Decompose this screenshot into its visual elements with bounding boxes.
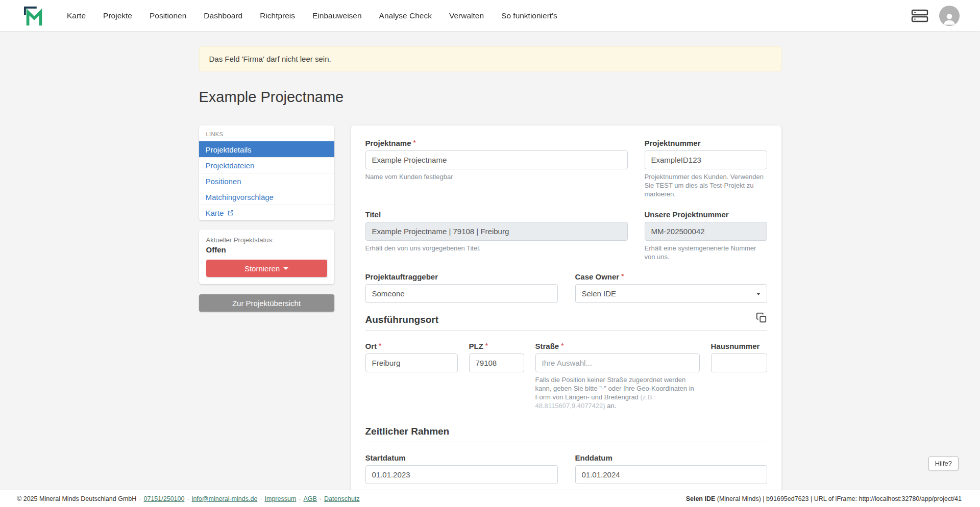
sidebar-item-label: Matchingvorschläge [206,193,274,201]
projektauftraggeber-label: Projektauftraggeber [365,272,558,281]
footer-link-agb[interactable]: AGB [304,495,317,502]
case-owner-label: Case Owner* [575,272,767,281]
sidebar-item-karte[interactable]: Karte [199,205,334,220]
external-link-icon [227,210,234,216]
field-startdatum: Startdatum [365,453,558,484]
ort-label: Ort* [365,342,458,350]
nav-item-dashboard[interactable]: Dashboard [195,0,251,31]
strasse-helper: Falls die Position keiner Straße zugeord… [535,376,700,411]
chevron-down-icon [283,267,288,270]
page-title: Example Projectname [199,89,781,106]
field-titel: Titel Erhält den von uns vorgegebenen Ti… [365,210,628,262]
left-sidebar: LINKS Projektdetails Projektdateien Posi… [199,125,334,312]
footer-session-details: (Mineral Minds) | b91695ed7623 | URL of … [715,495,962,502]
brand-logo[interactable] [23,5,45,27]
stornieren-button[interactable]: Stornieren [206,260,327,277]
footer-link-impressum[interactable]: Impressum [265,495,297,502]
project-overview-button[interactable]: Zur Projektübersicht [199,294,334,312]
nav-item-karte[interactable]: Karte [58,0,94,31]
sidebar-item-matchingvorschlaege[interactable]: Matchingvorschläge [199,189,334,205]
sidebar-item-label: Karte [206,209,224,217]
links-card: LINKS Projektdetails Projektdateien Posi… [199,125,334,220]
projektnummer-label: Projektnummer [645,139,767,147]
status-label: Aktueller Projektstatus: [206,236,327,244]
links-header: LINKS [199,125,334,141]
nav-item-projekte[interactable]: Projekte [94,0,141,31]
required-marker: * [561,342,564,349]
footer-user: Selen IDE [686,495,716,502]
status-card: Aktueller Projektstatus: Offen Storniere… [199,230,334,284]
sidebar-item-projektdetails[interactable]: Projektdetails [199,141,334,157]
field-ort: Ort* [365,342,458,411]
alert-message: Das Feld 'Firma' darf nicht leer sein. [209,55,331,63]
user-avatar[interactable] [939,6,960,26]
server-icon-glyph [911,9,929,23]
title-divider [199,113,781,113]
nav-item-verwalten[interactable]: Verwalten [440,0,493,31]
projektname-input[interactable] [365,150,628,169]
strasse-input[interactable] [535,353,700,372]
titel-label: Titel [365,210,628,219]
status-value: Offen [206,245,327,254]
hausnummer-input[interactable] [711,353,767,372]
nav-item-so-funktionierts[interactable]: So funktioniert's [493,0,566,31]
hausnummer-label: Hausnummer [711,342,767,350]
copy-icon[interactable] [756,312,767,325]
sidebar-item-projektdateien[interactable]: Projektdateien [199,157,334,173]
nav-item-richtpreis[interactable]: Richtpreis [251,0,304,31]
unsere-projektnummer-label: Unsere Projektnummer [645,210,767,219]
ort-input[interactable] [365,353,458,372]
top-navbar: Karte Projekte Positionen Dashboard Rich… [0,0,980,31]
mineral-minds-logo-icon [23,5,45,27]
field-enddatum: Enddatum [575,453,767,484]
case-owner-value: Selen IDE [582,289,617,298]
unsere-projektnummer-input [645,222,767,241]
case-owner-select[interactable]: Selen IDE [575,284,767,303]
nav-item-positionen[interactable]: Positionen [141,0,195,31]
titel-helper: Erhält den von uns vorgegebenen Titel. [365,244,628,253]
zeitlicher-rahmen-heading: Zeitlicher Rahmen [365,426,767,437]
strasse-label: Straße* [535,342,700,350]
sidebar-item-label: Projektdateien [206,161,255,170]
enddatum-label: Enddatum [575,453,767,462]
ausfuehrungsort-heading: Ausführungsort [365,314,767,325]
field-unsere-projektnummer: Unsere Projektnummer Erhält eine systemg… [645,210,767,262]
projektname-helper: Name vom Kunden festlegbar [365,173,628,182]
titel-input [365,222,628,241]
unsere-projektnummer-helper: Erhält eine systemgenerierte Nummer von … [645,244,767,262]
projektnummer-input[interactable] [645,150,767,169]
footer-link-email[interactable]: info@mineral-minds.de [192,495,258,502]
project-details-form: Projektname* Name vom Kunden festlegbar … [351,125,781,490]
sidebar-item-label: Positionen [206,177,241,186]
projektnummer-helper: Projektnummer des Kunden. Verwenden Sie … [645,173,767,199]
required-marker: * [485,342,488,349]
field-case-owner: Case Owner* Selen IDE [575,272,767,303]
copyright-text: © 2025 Mineral Minds Deutschland GmbH [17,495,136,502]
required-marker: * [379,342,381,349]
field-strasse: Straße* Falls die Position keiner Straße… [535,342,700,411]
content-area: Das Feld 'Firma' darf nicht leer sein. E… [0,31,980,490]
nav-item-einbauweisen[interactable]: Einbauweisen [304,0,371,31]
section-zeitlicher-rahmen: Zeitlicher Rahmen [365,426,767,442]
main-nav: Karte Projekte Positionen Dashboard Rich… [58,0,566,31]
server-icon[interactable] [911,9,929,23]
person-icon [942,11,957,26]
enddatum-input[interactable] [575,465,767,484]
section-ausfuehrungsort: Ausführungsort [365,314,767,331]
required-marker: * [413,139,416,146]
startdatum-input[interactable] [365,465,558,484]
nav-item-analyse-check[interactable]: Analyse Check [371,0,440,31]
sidebar-item-positionen[interactable]: Positionen [199,173,334,189]
navbar-right [911,6,960,26]
projektauftraggeber-input[interactable] [365,284,558,303]
alert-banner: Das Feld 'Firma' darf nicht leer sein. [199,46,781,71]
copy-icon-glyph [756,312,767,323]
footer-link-phone[interactable]: 07151/250100 [144,495,185,502]
footer-link-datenschutz[interactable]: Datenschutz [324,495,359,502]
plz-input[interactable] [469,353,524,372]
field-plz: PLZ* [469,342,524,411]
chevron-down-icon [756,293,761,295]
plz-label: PLZ* [469,342,524,350]
footer-session-info: Selen IDE (Mineral Minds) | b91695ed7623… [686,495,962,502]
help-button[interactable]: Hilfe? [928,457,959,470]
